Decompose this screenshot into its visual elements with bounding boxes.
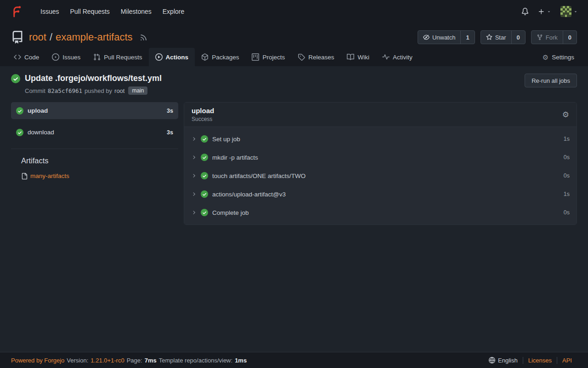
version-link[interactable]: 1.21.0+1-rc0 <box>90 357 124 364</box>
job-name: download <box>28 129 54 136</box>
step-success-check-icon <box>201 190 208 198</box>
job-item-download[interactable]: download 3s <box>11 124 178 141</box>
footer-left: Powered by Forgejo Version: 1.21.0+1-rc0… <box>11 357 247 364</box>
pushed-by-text: pushed by <box>85 87 112 94</box>
language-selector[interactable]: English <box>484 357 523 364</box>
repo-separator: / <box>50 31 52 43</box>
tab-activity[interactable]: Activity <box>376 48 419 66</box>
chevron-right-icon <box>191 136 197 142</box>
rerun-all-jobs-button[interactable]: Re-run all jobs <box>525 74 577 87</box>
tab-label: Projects <box>262 54 285 61</box>
step-label: Set up job <box>212 136 240 143</box>
tag-icon <box>298 53 305 61</box>
job-detail-panel: upload Success ⚙ Set up job 1s mkdir -p … <box>184 102 577 225</box>
step-row-mkdir[interactable]: mkdir -p artifacts 0s <box>184 148 577 167</box>
commit-prefix: Commit <box>25 87 45 94</box>
step-row-upload-artifact[interactable]: actions/upload-artifact@v3 1s <box>184 185 577 203</box>
step-row-touch[interactable]: touch artifacts/ONE artifacts/TWO 0s <box>184 167 577 185</box>
actions-run-view: Update .forgejo/workflows/test.yml Commi… <box>0 66 588 352</box>
unwatch-button[interactable]: Unwatch <box>418 31 461 44</box>
eye-slash-icon <box>423 34 430 40</box>
tab-issues[interactable]: Issues <box>45 48 87 66</box>
job-success-check-icon <box>16 107 23 115</box>
job-item-upload[interactable]: upload 3s <box>11 102 178 119</box>
rss-feed-button[interactable] <box>140 34 147 41</box>
git-pull-request-icon <box>93 53 101 61</box>
tab-code[interactable]: Code <box>7 48 45 66</box>
repo-title-row: root / example-artifacts Unwatch 1 Star … <box>0 23 588 44</box>
fork-button[interactable]: Fork <box>531 31 563 44</box>
star-button[interactable]: Star <box>481 31 511 44</box>
pusher-link[interactable]: root <box>114 87 124 94</box>
star-icon <box>486 34 492 40</box>
step-duration: 0s <box>564 154 570 161</box>
footer-right: English Licenses API <box>484 357 577 364</box>
create-new-dropdown[interactable] <box>538 8 551 15</box>
chevron-right-icon <box>191 173 197 178</box>
bell-icon <box>521 8 529 15</box>
tab-packages[interactable]: Packages <box>195 48 245 66</box>
tab-pull-requests[interactable]: Pull Requests <box>87 48 148 66</box>
tab-label: Issues <box>62 54 80 61</box>
tab-label: Pull Requests <box>104 54 142 61</box>
navbar-right <box>521 6 578 17</box>
tab-label: Code <box>24 54 39 61</box>
step-label: mkdir -p artifacts <box>212 154 258 161</box>
run-subtitle: Commit 82a5cf6961 pushed by root main <box>25 86 162 95</box>
nav-pull-requests[interactable]: Pull Requests <box>64 4 115 19</box>
step-label: touch artifacts/ONE artifacts/TWO <box>212 172 305 179</box>
job-steps-list: Set up job 1s mkdir -p artifacts 0s touc… <box>184 127 577 224</box>
project-board-icon <box>252 53 259 61</box>
chevron-right-icon <box>191 210 197 215</box>
job-detail-title: upload <box>192 107 214 115</box>
tab-releases[interactable]: Releases <box>291 48 340 66</box>
forks-count[interactable]: 0 <box>563 31 577 44</box>
file-icon <box>21 173 28 179</box>
language-label: English <box>498 357 518 364</box>
tab-label: Releases <box>308 54 334 61</box>
job-status-text: Success <box>192 116 214 122</box>
top-navbar: Issues Pull Requests Milestones Explore <box>0 0 588 23</box>
chevron-right-icon <box>191 155 197 160</box>
powered-by-forgejo-link[interactable]: Powered by Forgejo <box>11 357 64 364</box>
api-link[interactable]: API <box>557 357 577 364</box>
nav-issues[interactable]: Issues <box>35 4 64 19</box>
code-icon <box>14 53 21 61</box>
fork-icon <box>537 34 543 40</box>
unwatch-label: Unwatch <box>432 34 456 41</box>
nav-explore[interactable]: Explore <box>157 4 190 19</box>
package-icon <box>201 53 209 61</box>
step-row-set-up-job[interactable]: Set up job 1s <box>184 130 577 148</box>
template-time-label: Template repo/actions/view: <box>159 357 232 364</box>
tab-actions[interactable]: Actions <box>149 48 195 66</box>
forgejo-logo[interactable] <box>10 5 23 18</box>
step-label: Complete job <box>212 209 249 216</box>
licenses-link[interactable]: Licenses <box>523 357 557 364</box>
page-time-value: 7ms <box>145 357 157 364</box>
caret-down-icon <box>573 9 578 14</box>
page-time-label: Page: <box>127 357 142 364</box>
artifact-download-link[interactable]: many-artifacts <box>30 172 69 179</box>
step-row-complete-job[interactable]: Complete job 0s <box>184 203 577 222</box>
gear-icon: ⚙ <box>543 54 548 61</box>
tab-label: Settings <box>552 54 574 61</box>
nav-milestones[interactable]: Milestones <box>115 4 157 19</box>
star-label: Star <box>495 34 506 41</box>
tab-projects[interactable]: Projects <box>245 48 291 66</box>
repo-name-link[interactable]: example-artifacts <box>56 31 133 43</box>
repo-icon <box>11 31 24 44</box>
run-body: upload 3s download 3s Artifacts many-art… <box>11 102 577 225</box>
step-duration: 1s <box>564 136 570 142</box>
step-success-check-icon <box>201 209 208 216</box>
job-options-gear-icon[interactable]: ⚙ <box>562 111 569 119</box>
user-menu-dropdown[interactable] <box>560 6 578 17</box>
run-success-check-icon <box>11 74 20 83</box>
notifications-button[interactable] <box>521 8 529 15</box>
tab-wiki[interactable]: Wiki <box>340 48 376 66</box>
watchers-count[interactable]: 1 <box>460 31 474 44</box>
tab-settings[interactable]: ⚙ Settings <box>536 48 581 66</box>
repo-owner-link[interactable]: root <box>29 31 46 43</box>
branch-badge[interactable]: main <box>128 86 147 95</box>
commit-sha-link[interactable]: 82a5cf6961 <box>48 87 82 94</box>
stars-count[interactable]: 0 <box>511 31 525 44</box>
